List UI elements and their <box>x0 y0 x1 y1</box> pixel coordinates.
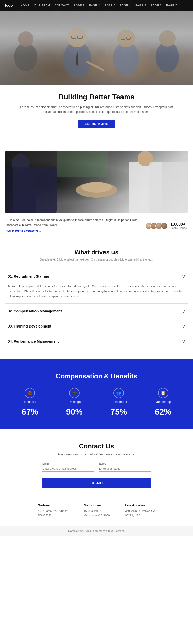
svg-rect-4 <box>72 36 76 39</box>
svg-rect-5 <box>78 36 82 39</box>
accordion-header-3[interactable]: 03. Training Development ∨ <box>5 319 188 334</box>
contact-form: Email Name SUBMIT <box>42 462 151 488</box>
email-group: Email <box>42 462 94 472</box>
accordion-title-3: 03. Training Development <box>8 324 51 328</box>
svg-point-3 <box>67 28 87 47</box>
trainings-label: Trainings <box>64 400 85 405</box>
accordion-chevron-1: ∨ <box>182 274 185 279</box>
hero-content: Building Better Teams Lorem ipsum dolor … <box>0 85 193 136</box>
office-melbourne: Melbourne 163 Collins St, Melbourne VIC … <box>84 503 110 518</box>
svg-point-0 <box>14 43 37 71</box>
accordion-item-1: 01. Recruitment Staffing ∨ Answer. Lorem… <box>5 269 188 304</box>
la-address: 340 Main St, Venice CA 90291, USA <box>125 509 155 518</box>
svg-rect-18 <box>13 167 57 213</box>
name-group: Name <box>99 462 151 472</box>
learn-more-button[interactable]: LEARN MORE <box>78 120 116 128</box>
team-image <box>5 151 188 213</box>
trainings-icon: 🎓 <box>69 388 80 398</box>
stats-row: Duis aute irure dolor in reprehenderit i… <box>0 213 193 238</box>
email-label: Email <box>42 462 94 465</box>
nav-page7[interactable]: PAGE 7 <box>166 4 177 7</box>
svg-point-14 <box>159 30 176 47</box>
drives-title: What drives us <box>5 249 188 256</box>
contact-title: Contact Us <box>8 442 185 450</box>
sydney-address: 45 Pirrama Rd, Pyrmont NSW 2022 <box>38 509 68 518</box>
melbourne-address: 163 Collins St, Melbourne VIC 3000 <box>84 509 110 518</box>
hero-title: Building Better Teams <box>10 93 183 101</box>
accordion-header-2[interactable]: 02. Compensation Management ∨ <box>5 304 188 319</box>
comp-item-recruitment: 👥 Recruitment 75% <box>108 388 129 417</box>
nav-page6[interactable]: PAGE 6 <box>151 4 162 7</box>
drives-section-header: What drives us Sample text. Click to sel… <box>0 238 193 264</box>
stats-count: 18,000+ Happy Hirings <box>145 222 187 229</box>
accordion-header-1[interactable]: 01. Recruitment Staffing ∨ <box>5 269 188 284</box>
svg-rect-24 <box>57 151 108 177</box>
contact-form-row: Email Name <box>42 462 151 472</box>
accordion: 01. Recruitment Staffing ∨ Answer. Lorem… <box>5 269 188 349</box>
office-sydney: Sydney 45 Pirrama Rd, Pyrmont NSW 2022 <box>38 503 68 518</box>
svg-rect-11 <box>127 37 131 39</box>
comp-title: Compensation & Benefits <box>8 372 185 380</box>
nav-links: HOME OUR TEAM CONTACT PAGE 1 PAGE 2 PAGE… <box>21 4 177 7</box>
logo[interactable]: logo <box>5 3 13 7</box>
sydney-city: Sydney <box>38 503 68 507</box>
email-input[interactable] <box>42 466 94 472</box>
benefits-icon: 💼 <box>25 388 35 398</box>
nav-our-team[interactable]: OUR TEAM <box>34 4 50 7</box>
hero-description: Lorem ipsum dolor sit amet, consectetur … <box>19 105 174 114</box>
recruitment-label: Recruitment <box>108 400 129 405</box>
benefits-percent: 67% <box>22 407 38 417</box>
accordion-item-2: 02. Compensation Management ∨ <box>5 303 188 319</box>
trainings-percent: 90% <box>66 407 83 417</box>
accordion-chevron-3: ∨ <box>182 323 185 329</box>
offices-section: Sydney 45 Pirrama Rd, Pyrmont NSW 2022 M… <box>0 496 193 525</box>
comp-benefits-section: Compensation & Benefits 💼 Benefits 67% 🎓… <box>0 359 193 429</box>
svg-point-13 <box>156 42 179 72</box>
nav-page3[interactable]: PAGE 3 <box>104 4 115 7</box>
accordion-item-4: 04. Performance Management ∨ <box>5 334 188 349</box>
footer-text: Sample text. Click to select the Text El… <box>68 529 125 532</box>
mentorship-percent: 62% <box>155 407 171 417</box>
accordion-header-4[interactable]: 04. Performance Management ∨ <box>5 334 188 349</box>
accordion-body-1: Answer. Lorem ipsum dolor sit amet, cons… <box>5 284 188 304</box>
nav-contact[interactable]: CONTACT <box>55 4 69 7</box>
accordion-chevron-2: ∨ <box>182 308 185 314</box>
submit-button[interactable]: SUBMIT <box>42 478 151 488</box>
comp-item-trainings: 🎓 Trainings 90% <box>64 388 85 417</box>
name-input[interactable] <box>99 466 151 472</box>
contact-subtitle: Any questions or remarks? Just write us … <box>8 452 185 456</box>
svg-point-9 <box>117 30 135 47</box>
comp-grid: 💼 Benefits 67% 🎓 Trainings 90% 👥 Recruit… <box>8 388 185 417</box>
office-los-angeles: Los Angeles 340 Main St, Venice CA 90291… <box>125 503 155 518</box>
talk-with-experts-link[interactable]: TALK WITH EXPERTS → <box>6 229 145 234</box>
nav-page5[interactable]: PAGE 5 <box>135 4 146 7</box>
svg-point-8 <box>113 42 139 75</box>
accordion-item-3: 03. Training Development ∨ <box>5 319 188 334</box>
navbar: logo HOME OUR TEAM CONTACT PAGE 1 PAGE 2… <box>0 0 193 11</box>
nav-page4[interactable]: PAGE 4 <box>120 4 131 7</box>
name-label: Name <box>99 462 151 465</box>
svg-point-1 <box>18 31 33 47</box>
accordion-chevron-4: ∨ <box>182 339 185 344</box>
la-city: Los Angeles <box>125 503 155 507</box>
svg-rect-10 <box>121 37 125 39</box>
comp-item-mentorship: 📋 Mentorship 62% <box>153 388 173 417</box>
melbourne-city: Melbourne <box>84 503 110 507</box>
recruitment-percent: 75% <box>110 407 127 417</box>
nav-home[interactable]: HOME <box>21 4 30 7</box>
benefits-label: Benefits <box>20 400 40 405</box>
happy-hirings-count: 18,000+ Happy Hirings <box>170 222 187 229</box>
accordion-title-4: 04. Performance Management <box>8 339 59 343</box>
nav-page2[interactable]: PAGE 2 <box>89 4 100 7</box>
footer: Sample text. Click to select the Text El… <box>0 526 193 536</box>
avatar-4 <box>161 222 168 229</box>
nav-page1[interactable]: PAGE 1 <box>74 4 84 7</box>
avatar-group <box>145 222 168 229</box>
comp-item-benefits: 💼 Benefits 67% <box>20 388 40 417</box>
mentorship-label: Mentorship <box>153 400 173 405</box>
stats-description: Duis aute irure dolor in reprehenderit i… <box>6 218 145 234</box>
recruitment-icon: 👥 <box>113 388 124 398</box>
svg-point-20 <box>81 182 112 193</box>
hero-image <box>0 11 193 85</box>
contact-section: Contact Us Any questions or remarks? Jus… <box>0 429 193 496</box>
